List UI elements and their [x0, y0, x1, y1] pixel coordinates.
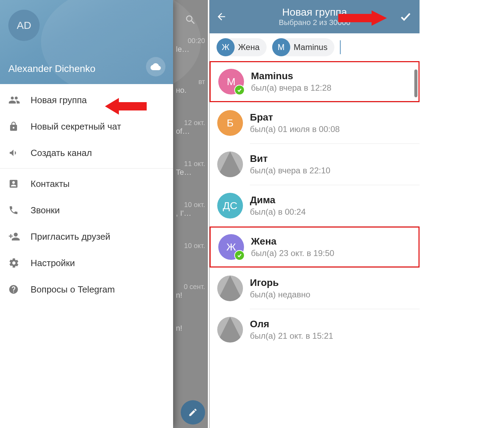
contact-name: Игорь [250, 277, 310, 288]
menu-item-label: Новый секретный чат [31, 121, 121, 132]
drawer-menu: Новая группаНовый секретный чатСоздать к… [0, 84, 173, 428]
contacts-icon [8, 179, 31, 189]
chat-snippet: 12 окт.of… [173, 117, 208, 158]
menu-item-help[interactable]: Вопросы о Telegram [0, 276, 173, 303]
drawer-header: AD Alexander Dichenko [0, 0, 173, 84]
chat-snippet: 10 окт., I'… [173, 199, 208, 240]
menu-item-label: Звонки [31, 205, 60, 216]
contact-name: Maminus [251, 71, 331, 82]
chat-snippet-text: но. [176, 86, 205, 95]
compose-fab[interactable] [181, 400, 205, 425]
avatar-initials: AD [17, 19, 31, 31]
chat-snippet-time: 10 окт. [176, 201, 205, 209]
chip-avatar: M [272, 38, 290, 56]
contact-avatar: ДС [217, 193, 243, 219]
phone-right: Новая группа Выбрано 2 из 30000 ЖЖенаMMa… [209, 0, 420, 428]
contact-avatar: Б [217, 110, 243, 136]
chat-snippet-time: 10 окт. [176, 242, 205, 250]
menu-item-call[interactable]: Звонки [0, 197, 173, 223]
selected-check-icon [234, 85, 245, 95]
menu-item-label: Создать канал [31, 148, 92, 158]
menu-item-label: Настройки [31, 258, 75, 269]
menu-item-label: Вопросы о Telegram [31, 284, 115, 295]
chat-snippet-time: 0 сент. [176, 283, 205, 291]
selected-chip[interactable]: MMaminus [272, 38, 334, 56]
contact-row[interactable]: ЖЖенабыл(а) 23 окт. в 19:50 [210, 227, 420, 268]
selected-chip[interactable]: ЖЖена [217, 38, 267, 56]
chat-snippet-time: 11 окт. [176, 160, 205, 168]
group-icon [8, 94, 31, 106]
contact-status: был(а) вчера в 22:10 [250, 166, 330, 175]
menu-item-lock[interactable]: Новый секретный чат [0, 113, 173, 140]
chat-snippet-text: n! [176, 291, 205, 300]
contact-name: Оля [250, 319, 333, 330]
lock-icon [8, 121, 31, 132]
chat-snippet-text: n! [176, 324, 205, 333]
header-title: Новая группа [282, 6, 347, 18]
phone-left: 00:20le…втно.12 окт.of…11 окт.Te…10 окт.… [0, 0, 208, 428]
contact-name: Вит [250, 153, 330, 164]
call-icon [8, 205, 31, 215]
scrollbar[interactable] [414, 69, 417, 97]
contacts-list: MMaminusбыл(а) вчера в 12:28ББратбыл(а) … [210, 61, 420, 350]
menu-item-contacts[interactable]: Контакты [0, 171, 173, 197]
menu-item-invite[interactable]: Пригласить друзей [0, 223, 173, 250]
help-icon [8, 284, 31, 295]
menu-item-label: Контакты [31, 179, 70, 189]
selected-check-icon [234, 250, 245, 261]
chat-snippet: 11 окт.Te… [173, 158, 208, 199]
contact-status: был(а) вчера в 12:28 [251, 83, 331, 93]
settings-icon [8, 257, 31, 269]
new-group-header: Новая группа Выбрано 2 из 30000 [210, 0, 420, 33]
contact-status: был(а) в 00:24 [250, 207, 306, 217]
chip-avatar: Ж [217, 38, 235, 56]
menu-item-settings[interactable]: Настройки [0, 250, 173, 276]
contact-row[interactable]: ББратбыл(а) 01 июля в 00:08 [210, 102, 420, 143]
chat-snippet: 0 сент.n! [173, 281, 208, 322]
contact-row[interactable]: Олябыл(а) 21 окт. в 15:21 [210, 309, 420, 350]
back-button[interactable] [216, 11, 231, 22]
contact-name: Брат [250, 112, 340, 123]
menu-item-channel[interactable]: Создать канал [0, 140, 173, 166]
chat-snippet-text: of… [176, 127, 205, 136]
selected-chips-row: ЖЖенаMMaminus [210, 33, 420, 61]
chat-snippet-time: вт [176, 78, 205, 86]
header-subtitle: Выбрано 2 из 30000 [279, 18, 350, 27]
chat-snippet: 10 окт. [173, 240, 208, 281]
chat-snippet-time: 12 окт. [176, 119, 205, 127]
chat-snippet-text: , I'… [176, 209, 205, 218]
contact-name: Дима [250, 195, 306, 206]
contact-status: был(а) 23 окт. в 19:50 [251, 248, 334, 258]
menu-item-label: Новая группа [31, 95, 87, 106]
navigation-drawer: AD Alexander Dichenko Новая группаНовый … [0, 0, 173, 428]
saved-messages-button[interactable] [146, 57, 165, 76]
contact-row[interactable]: ДСДимабыл(а) в 00:24 [210, 185, 420, 226]
confirm-button[interactable] [398, 10, 413, 23]
chip-label: Maminus [294, 42, 327, 52]
contact-status: был(а) 21 окт. в 15:21 [250, 331, 333, 341]
contact-status: был(а) 01 июля в 00:08 [250, 124, 340, 134]
chat-snippet: n! [173, 322, 208, 363]
profile-avatar[interactable]: AD [8, 10, 40, 41]
menu-item-label: Пригласить друзей [31, 231, 110, 242]
menu-divider [0, 168, 173, 168]
contact-avatar [217, 151, 243, 177]
chip-input-cursor[interactable] [340, 40, 341, 54]
contact-row[interactable]: Игорьбыл(а) недавно [210, 268, 420, 309]
chat-snippet: втно. [173, 76, 208, 117]
contact-row[interactable]: Витбыл(а) вчера в 22:10 [210, 144, 420, 185]
profile-name: Alexander Dichenko [8, 63, 96, 74]
channel-icon [8, 147, 31, 158]
contact-status: был(а) недавно [250, 290, 310, 299]
contact-row[interactable]: MMaminusбыл(а) вчера в 12:28 [210, 61, 420, 102]
contact-avatar [217, 275, 243, 301]
contact-name: Жена [251, 236, 334, 247]
invite-icon [8, 231, 31, 242]
chip-label: Жена [238, 42, 260, 52]
contact-avatar [217, 317, 243, 343]
chat-snippet-text: Te… [176, 168, 205, 177]
